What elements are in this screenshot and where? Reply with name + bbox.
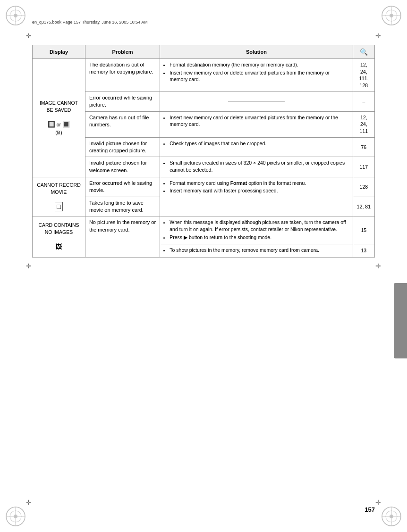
header-text: en_q3175.book Page 157 Thursday, June 16… bbox=[32, 20, 148, 25]
solution-cell-no-images-2: To show pictures in the memory, remove m… bbox=[160, 244, 353, 258]
col-header-display: Display bbox=[33, 45, 85, 59]
table-row: CANNOT RECORD MOVIE □ Error occurred whi… bbox=[33, 177, 375, 197]
solution-cell-file-numbers: Insert new memory card or delete unwante… bbox=[160, 111, 353, 137]
corner-decoration-bl bbox=[4, 505, 27, 528]
problem-cell-invalid-crop: Invalid picture chosen for creating crop… bbox=[85, 137, 160, 157]
page-number: 157 bbox=[365, 506, 375, 513]
cross-marker-br: ✛ bbox=[375, 499, 381, 506]
reference-table: Display Problem Solution 🔍 IMAGE CANNOT … bbox=[32, 45, 375, 258]
corner-decoration-tl bbox=[4, 4, 27, 27]
problem-cell-file-numbers: Camera has run out of file numbers. bbox=[85, 111, 160, 137]
display-cell-image-cannot-be-saved: IMAGE CANNOT BE SAVED 🔲 or 🔳(lit) bbox=[33, 59, 85, 177]
corner-decoration-tr bbox=[380, 4, 403, 27]
content-area: Display Problem Solution 🔍 IMAGE CANNOT … bbox=[32, 45, 375, 499]
corner-decoration-br bbox=[380, 505, 403, 528]
ref-cell-7: 12, 81 bbox=[353, 197, 374, 216]
solution-cell-invalid-crop: Check types of images that can be croppe… bbox=[160, 137, 353, 157]
table-row: IMAGE CANNOT BE SAVED 🔲 or 🔳(lit) The de… bbox=[33, 59, 375, 92]
problem-cell-error-saving: Error occurred while saving picture. bbox=[85, 91, 160, 111]
display-cell-no-images: CARD CONTAINS NO IMAGES 🖼 bbox=[33, 216, 85, 258]
page-header: en_q3175.book Page 157 Thursday, June 16… bbox=[32, 20, 375, 25]
table-row: CARD CONTAINS NO IMAGES 🖼 No pictures in… bbox=[33, 216, 375, 244]
cross-marker-tl: ✛ bbox=[26, 32, 32, 40]
ref-cell-4: 76 bbox=[353, 137, 374, 157]
solution-cell-error-saving bbox=[160, 91, 353, 111]
problem-cell-long-time: Takes long time to save movie on memory … bbox=[85, 197, 160, 216]
solution-cell-movie: Format memory card using Format option i… bbox=[160, 177, 353, 216]
problem-cell-welcome-screen: Invalid picture chosen for welcome scree… bbox=[85, 157, 160, 177]
ref-cell-6: 128 bbox=[353, 177, 374, 197]
col-header-solution: Solution bbox=[160, 45, 353, 59]
ref-cell-3: 12,24,111 bbox=[353, 111, 374, 137]
solution-cell-welcome-screen: Small pictures created in sizes of 320 ×… bbox=[160, 157, 353, 177]
ref-cell-5: 117 bbox=[353, 157, 374, 177]
col-header-problem: Problem bbox=[85, 45, 160, 59]
display-cell-cannot-record: CANNOT RECORD MOVIE □ bbox=[33, 177, 85, 216]
ref-cell-9: 13 bbox=[353, 244, 374, 258]
cross-marker-bl: ✛ bbox=[26, 499, 32, 506]
problem-cell-error-movie: Error occurred while saving movie. bbox=[85, 177, 160, 197]
col-header-ref: 🔍 bbox=[353, 45, 374, 59]
cross-marker-mr: ✛ bbox=[375, 262, 381, 270]
ref-cell-1: 12,24,111,128 bbox=[353, 59, 374, 92]
ref-cell-8: 15 bbox=[353, 216, 374, 244]
ref-cell-2: – bbox=[353, 91, 374, 111]
problem-cell-no-pictures: No pictures in the memory or the memory … bbox=[85, 216, 160, 258]
problem-cell-out-of-memory: The destination is out of memory for cop… bbox=[85, 59, 160, 92]
sidebar-tab bbox=[394, 283, 407, 358]
cross-marker-tr: ✛ bbox=[375, 32, 381, 40]
solution-cell-out-of-memory: Format destination memory (the memory or… bbox=[160, 59, 353, 92]
page-container: ✛ ✛ ✛ ✛ ✛ ✛ en_q3175.book Page 157 Thurs… bbox=[0, 0, 407, 532]
solution-cell-no-images-1: When this message is displayed although … bbox=[160, 216, 353, 244]
cross-marker-ml: ✛ bbox=[26, 262, 32, 270]
